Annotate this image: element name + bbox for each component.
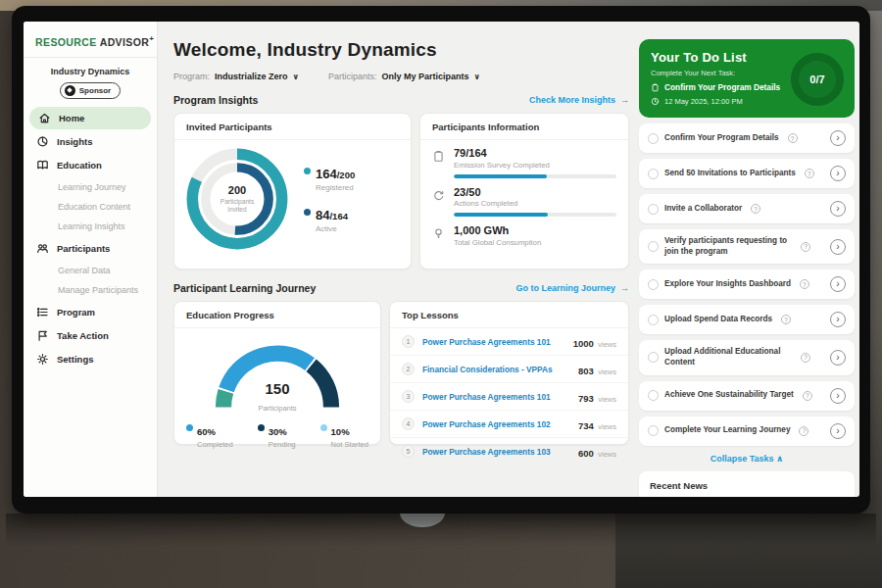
help-icon[interactable]: ? bbox=[805, 169, 814, 178]
todo-task-row[interactable]: Explore Your Insights Dashboard ? › bbox=[639, 270, 855, 299]
sponsor-badge: Sponsor bbox=[60, 82, 121, 99]
lesson-row: 1 Power Purchase Agreements 101 1000 vie… bbox=[390, 328, 628, 356]
todo-task-row[interactable]: Achieve One Sustainability Target ? › bbox=[639, 381, 855, 411]
recent-news-title: Recent News bbox=[650, 480, 844, 491]
sidebar: RESOURCE ADVISOR+ Industry Dynamics Spon… bbox=[24, 22, 158, 497]
task-checkbox[interactable] bbox=[648, 279, 659, 290]
task-checkbox[interactable] bbox=[648, 425, 659, 436]
chevron-right-icon[interactable]: › bbox=[830, 130, 846, 146]
chevron-up-icon: ∧ bbox=[776, 454, 783, 464]
help-icon[interactable]: ? bbox=[803, 391, 812, 401]
todo-next-task-label: Confirm Your Program Details bbox=[664, 82, 780, 92]
sidebar-item-home[interactable]: Home bbox=[29, 107, 151, 129]
clipboard-icon bbox=[651, 83, 660, 92]
chevron-right-icon[interactable]: › bbox=[830, 350, 846, 366]
lesson-link[interactable]: Power Purchase Agreements 101 bbox=[422, 337, 573, 347]
help-icon[interactable]: ? bbox=[751, 204, 760, 214]
filters-row: Program: Industrialize Zero ∨ Participan… bbox=[173, 72, 629, 81]
chevron-right-icon[interactable]: › bbox=[830, 166, 846, 181]
check-more-insights-link[interactable]: Check More Insights → bbox=[529, 95, 629, 105]
help-icon[interactable]: ? bbox=[788, 133, 798, 143]
help-icon[interactable]: ? bbox=[799, 426, 808, 436]
collapse-tasks-link[interactable]: Collapse Tasks ∧ bbox=[639, 446, 855, 469]
sidebar-item-education-content[interactable]: Education Content bbox=[24, 197, 157, 217]
sidebar-item-label: Manage Participants bbox=[58, 285, 138, 295]
chevron-down-icon: ∨ bbox=[293, 73, 300, 81]
legend-total: /164 bbox=[329, 211, 348, 221]
sidebar-item-manage-participants[interactable]: Manage Participants bbox=[24, 280, 157, 300]
lesson-link[interactable]: Power Purchase Agreements 102 bbox=[422, 419, 578, 429]
stat-actions-completed: 23/50 Actions Completed bbox=[420, 179, 628, 209]
sidebar-item-education[interactable]: Education bbox=[24, 154, 157, 176]
todo-task-row[interactable]: Upload Additional Educational Content ? … bbox=[639, 340, 855, 374]
participants-filter-value: Only My Participants bbox=[382, 72, 469, 81]
sidebar-item-participants[interactable]: Participants bbox=[24, 237, 157, 260]
program-filter[interactable]: Program: Industrialize Zero ∨ bbox=[173, 72, 299, 81]
monitor-shadow bbox=[6, 514, 876, 547]
lesson-link[interactable]: Financial Considerations - VPPAs bbox=[422, 365, 578, 374]
lesson-views-label: views bbox=[598, 450, 616, 459]
card-title: Top Lessons bbox=[390, 302, 628, 328]
gauge-center-value: 150 bbox=[204, 380, 351, 397]
help-icon[interactable]: ? bbox=[781, 315, 791, 324]
lesson-views-label: views bbox=[598, 395, 616, 404]
lesson-rank: 3 bbox=[402, 390, 415, 403]
chevron-right-icon[interactable]: › bbox=[830, 201, 846, 217]
todo-task-row[interactable]: Invite a Collaborator ? › bbox=[639, 194, 855, 223]
task-checkbox[interactable] bbox=[648, 352, 659, 363]
sidebar-item-label: Program bbox=[57, 307, 95, 318]
settings-icon bbox=[36, 353, 49, 366]
chevron-right-icon[interactable]: › bbox=[830, 312, 846, 327]
collapse-label: Collapse Tasks bbox=[710, 454, 774, 464]
go-to-learning-journey-link[interactable]: Go to Learning Journey → bbox=[515, 283, 629, 293]
legend-registered: 164/200 Registered bbox=[304, 165, 355, 192]
page-title: Welcome, Industry Dynamics bbox=[173, 39, 629, 61]
help-icon[interactable]: ? bbox=[801, 353, 810, 363]
chevron-right-icon[interactable]: › bbox=[830, 239, 846, 255]
program-insights-header: Program Insights Check More Insights → bbox=[173, 94, 629, 106]
task-checkbox[interactable] bbox=[648, 315, 659, 325]
sidebar-item-general-data[interactable]: General Data bbox=[24, 261, 157, 280]
arrow-right-icon: → bbox=[620, 95, 629, 105]
todo-task-row[interactable]: Complete Your Learning Journey ? › bbox=[639, 416, 855, 446]
legend-active: 84/164 Active bbox=[304, 206, 355, 233]
stat-value: 23/50 bbox=[454, 186, 517, 199]
sidebar-item-learning-insights[interactable]: Learning Insights bbox=[24, 217, 157, 236]
task-checkbox[interactable] bbox=[648, 390, 659, 401]
task-checkbox[interactable] bbox=[648, 241, 659, 252]
sidebar-item-label: Settings bbox=[57, 354, 93, 365]
section-title-program-insights: Program Insights bbox=[173, 94, 258, 106]
todo-task-row[interactable]: Confirm Your Program Details ? › bbox=[639, 123, 855, 153]
participants-filter-label: Participants: bbox=[328, 72, 377, 81]
chevron-right-icon[interactable]: › bbox=[830, 388, 846, 404]
link-label: Go to Learning Journey bbox=[515, 283, 615, 293]
help-icon[interactable]: ? bbox=[801, 242, 810, 252]
lesson-views: 600 bbox=[578, 448, 594, 459]
todo-column: Your To Do List Complete Your Next Task:… bbox=[639, 39, 855, 497]
sidebar-item-take-action[interactable]: Take Action bbox=[24, 324, 157, 347]
sidebar-item-program[interactable]: Program bbox=[24, 301, 157, 323]
help-icon[interactable]: ? bbox=[800, 279, 809, 289]
task-checkbox[interactable] bbox=[648, 169, 659, 179]
invited-participants-donut: 200 Participants Invited bbox=[184, 146, 290, 252]
participants-filter[interactable]: Participants: Only My Participants ∨ bbox=[328, 72, 480, 81]
sidebar-item-settings[interactable]: Settings bbox=[24, 348, 157, 370]
top-lessons-card: Top Lessons 1 Power Purchase Agreements … bbox=[389, 301, 629, 445]
chevron-right-icon[interactable]: › bbox=[830, 423, 846, 439]
lesson-views-label: views bbox=[598, 340, 616, 349]
task-checkbox[interactable] bbox=[648, 204, 659, 215]
todo-task-row[interactable]: Verify participants requesting to join t… bbox=[639, 229, 855, 264]
chevron-right-icon[interactable]: › bbox=[830, 276, 846, 292]
section-title-learning-journey: Participant Learning Journey bbox=[173, 282, 316, 294]
sidebar-item-learning-journey[interactable]: Learning Journey bbox=[24, 177, 157, 197]
todo-task-row[interactable]: Send 50 Invitations to Participants ? › bbox=[639, 159, 855, 188]
sidebar-item-label: Insights bbox=[57, 136, 92, 147]
lesson-link[interactable]: Power Purchase Agreements 103 bbox=[422, 447, 578, 457]
lesson-link[interactable]: Power Purchase Agreements 101 bbox=[422, 392, 578, 402]
todo-task-row[interactable]: Upload Spend Data Records ? › bbox=[639, 305, 855, 334]
sidebar-item-insights[interactable]: Insights bbox=[24, 130, 157, 153]
main-content: Welcome, Industry Dynamics Program: Indu… bbox=[158, 22, 639, 497]
task-checkbox[interactable] bbox=[648, 133, 659, 144]
lesson-views: 1000 bbox=[573, 338, 594, 349]
arrow-right-icon: → bbox=[620, 283, 629, 293]
